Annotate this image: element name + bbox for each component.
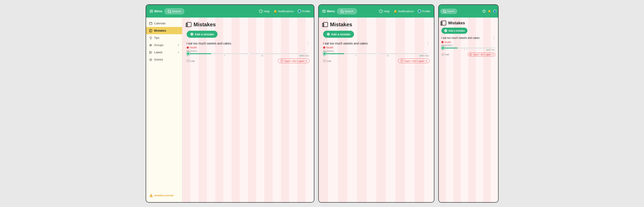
- relapse-label-small: Opps! I did it again: 0: [473, 53, 494, 56]
- profile-label: Profile: [302, 10, 310, 13]
- sidebar-item-mistakes[interactable]: Mistakes: [146, 27, 182, 34]
- help-nav[interactable]: ? Help: [259, 10, 270, 13]
- search-button[interactable]: Search: [164, 8, 184, 14]
- search-button-small[interactable]: Search: [440, 9, 457, 14]
- topbar-small: Search ? 🔔 👤: [439, 5, 498, 18]
- more-options-button[interactable]: ⋮: [306, 42, 310, 45]
- content-inner-medium: Mistakes ⊕ Add a mistake I eat too much …: [319, 18, 434, 69]
- priority-label: Low: [190, 60, 195, 62]
- calendar-icon: [149, 22, 152, 25]
- mistakes-icon: [149, 29, 152, 32]
- more-options-medium[interactable]: ⋮: [426, 42, 430, 45]
- footer-label: mistakes journal: [154, 194, 174, 197]
- priority-icon: ⓘ: [187, 59, 190, 62]
- lbl-days-m: 14/66 days: [419, 55, 429, 57]
- progress-labels: 8 7 21 14/66 days: [187, 55, 310, 57]
- lbl-7-m: 7: [355, 55, 356, 57]
- label-7: 7: [224, 55, 225, 57]
- add-mistake-button-small[interactable]: ⊕ Add a mistake: [442, 28, 468, 34]
- hamburger-icon: [150, 10, 153, 13]
- profile-label-medium: Profile: [422, 10, 430, 13]
- menu-button-medium[interactable]: Menu: [322, 10, 335, 13]
- sidebar-item-groups[interactable]: Groups ▾: [146, 42, 182, 49]
- priority-label-small: Low: [445, 53, 449, 56]
- progress-mid-medium: [376, 53, 378, 55]
- bell-icon: 🔔: [274, 10, 277, 13]
- solved-icon: [149, 58, 152, 61]
- topbar-large: Menu Search ? Help 🔔 Notifications 👤 Pro…: [146, 5, 314, 18]
- search-icon-medium: [340, 10, 343, 13]
- priority-icon-small: ⓘ: [442, 53, 444, 56]
- add-mistake-button[interactable]: ⊕ Add a mistake: [187, 31, 218, 38]
- content-small: Mistakes ⊕ Add a mistake I eat too much …: [439, 18, 498, 202]
- hamburger-icon-medium: [322, 10, 326, 13]
- bell-icon-medium: 🔔: [394, 10, 397, 13]
- notifications-nav-medium[interactable]: 🔔 Notifications: [394, 10, 414, 13]
- menu-label-medium: Menu: [327, 10, 335, 13]
- profile-nav[interactable]: 👤 Profile: [298, 10, 310, 13]
- search-icon-small: [443, 10, 446, 13]
- bell-icon-small[interactable]: 🔔: [488, 10, 491, 13]
- menu-button[interactable]: Menu: [150, 10, 162, 13]
- sidebar: Calendar Mistakes: [146, 18, 182, 202]
- mistake-tag-small: health: [442, 41, 496, 43]
- svg-rect-0: [150, 22, 152, 25]
- progress-end-medium: [427, 53, 430, 55]
- mistake-header-small: I eat too much sweets and cakes ⋮: [442, 36, 496, 40]
- notifications-nav[interactable]: 🔔 Notifications: [274, 10, 294, 13]
- progress-fill-medium: [323, 53, 344, 54]
- profile-nav-medium[interactable]: 👤 Profile: [418, 10, 430, 13]
- progress-area-small: 8 7 14/66 days: [442, 48, 496, 51]
- progress-fill: [187, 53, 211, 54]
- svg-rect-4: [150, 29, 152, 32]
- sidebar-calendar-label: Calendar: [154, 22, 166, 25]
- sidebar-mistakes-label: Mistakes: [154, 29, 166, 32]
- sidebar-solved-label: Solved: [154, 58, 163, 61]
- mistake-title-medium: I eat too much sweets and cakes: [323, 42, 368, 45]
- profile-icon-medium: 👤: [418, 10, 421, 13]
- help-icon-small[interactable]: ?: [482, 10, 486, 13]
- svg-point-10: [151, 44, 152, 45]
- help-label-medium: Help: [384, 10, 390, 13]
- plus-icon: ⊕: [190, 32, 194, 36]
- main-area-large: Calendar Mistakes: [146, 18, 314, 202]
- profile-icon-small[interactable]: 👤: [493, 10, 496, 13]
- lbl-21-m: 21: [386, 55, 389, 57]
- search-button-medium[interactable]: Search: [337, 8, 357, 14]
- label-days: 14/66 days: [299, 55, 309, 57]
- topbar-right-medium: ? Help 🔔 Notifications 👤 Profile: [379, 10, 430, 13]
- panel-small: Search ? 🔔 👤 Mistakes ⊕ Add a mistake: [438, 5, 498, 202]
- topbar-medium: Menu Search ? Help 🔔 Notifications 👤 Pro…: [319, 5, 434, 18]
- content-inner-small: Mistakes ⊕ Add a mistake I eat too much …: [439, 18, 498, 61]
- more-options-small[interactable]: ⋮: [492, 36, 496, 40]
- add-btn-label-medium: Add a mistake: [331, 33, 350, 36]
- svg-point-6: [150, 37, 152, 38]
- relapse-badge[interactable]: ↺ Opps! I did it again: 0: [278, 59, 310, 63]
- relapse-badge-medium[interactable]: ↺ Opps! I did it again: 0: [398, 59, 430, 63]
- sidebar-item-calendar[interactable]: Calendar: [146, 20, 182, 27]
- labels-chevron: ▾: [178, 51, 179, 54]
- page-title-icon-medium: [323, 22, 328, 27]
- plus-icon-medium: ⊕: [326, 32, 330, 36]
- mistake-date-medium: 06/10/2021: [323, 50, 430, 52]
- sidebar-item-solved[interactable]: Solved: [146, 56, 182, 63]
- sidebar-tips-label: Tips: [154, 36, 160, 40]
- topbar-right: ? Help 🔔 Notifications 👤 Profile: [259, 10, 310, 13]
- progress-track-small: [442, 48, 496, 49]
- sidebar-item-labels[interactable]: Labels ▾: [146, 49, 182, 56]
- menu-label: Menu: [154, 10, 162, 13]
- priority-label-medium: Low: [327, 60, 331, 62]
- sidebar-footer: mistakes journal: [146, 191, 182, 200]
- help-nav-medium[interactable]: ? Help: [379, 10, 390, 13]
- sidebar-item-tips[interactable]: Tips: [146, 34, 182, 42]
- relapse-badge-small[interactable]: ↺ Opps! I did it again: 0: [468, 53, 496, 56]
- add-mistake-button-medium[interactable]: ⊕ Add a mistake: [323, 31, 354, 38]
- progress-labels-small: 8 7 14/66 days: [442, 49, 496, 51]
- search-icon: [168, 10, 171, 13]
- priority-badge-medium: ⓘ Low: [323, 59, 331, 62]
- sidebar-labels-label: Labels: [154, 51, 162, 54]
- progress-labels-medium: 8 7 21 14/66 days: [323, 55, 430, 57]
- page-title-icon: [187, 22, 192, 27]
- lbl-s3: 14/66 days: [486, 49, 495, 51]
- priority-icon-medium: ⓘ: [323, 59, 326, 62]
